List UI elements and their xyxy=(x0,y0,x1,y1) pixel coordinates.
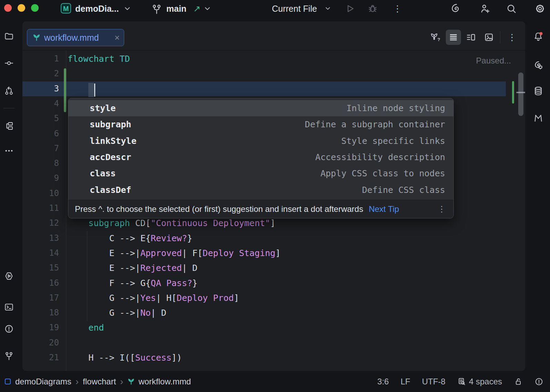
inspections-icon[interactable] xyxy=(534,377,543,386)
code-line-1[interactable]: flowchart TD xyxy=(68,51,130,66)
run-tool-button[interactable] xyxy=(4,271,14,281)
code-with-me-button[interactable] xyxy=(480,3,491,14)
ai-assistant-button[interactable] xyxy=(450,3,461,14)
pull-requests-tool-button[interactable] xyxy=(4,86,14,96)
tab-workflow-mmd[interactable]: workflow.mmd × xyxy=(27,29,124,46)
completion-item-classDef[interactable]: classDefDefine CSS class xyxy=(68,182,453,198)
project-widget[interactable]: demoDia... xyxy=(75,0,119,17)
debug-button[interactable] xyxy=(367,3,378,14)
git-tool-button[interactable] xyxy=(4,351,14,361)
line-number-11[interactable]: 11 xyxy=(22,201,59,216)
line-number-18[interactable]: 18 xyxy=(22,305,59,320)
editor-options-button[interactable]: ⋮ xyxy=(504,30,520,45)
code-token: "Continuous Deployment" xyxy=(151,218,270,228)
line-number-13[interactable]: 13 xyxy=(22,231,59,246)
unlocked-icon[interactable] xyxy=(514,377,523,386)
image-icon xyxy=(484,32,494,42)
preview-only-button[interactable] xyxy=(481,30,497,45)
code-line-21[interactable]: H --> I([Success]) xyxy=(68,350,182,365)
editor-scrollbar[interactable] xyxy=(518,72,523,116)
code-line-17[interactable]: G -->|Yes| H[Deploy Prod] xyxy=(68,291,239,305)
breadcrumb-project[interactable]: demoDiagrams xyxy=(15,377,71,386)
code-line-14[interactable]: E -->|Approved| F[Deploy Staging] xyxy=(68,246,281,261)
line-number-16[interactable]: 16 xyxy=(22,276,59,291)
project-tool-button[interactable] xyxy=(4,31,14,41)
code-token: G -->| xyxy=(68,293,140,303)
completion-item-name: classDef xyxy=(90,185,131,195)
fullscreen-window-button[interactable] xyxy=(31,4,39,12)
line-number-9[interactable]: 9 xyxy=(22,171,59,186)
line-number-3[interactable]: 3 xyxy=(22,81,59,96)
code-line-19[interactable]: end xyxy=(68,320,104,335)
branch-widget[interactable]: main xyxy=(166,0,186,17)
line-number-4[interactable]: 4 xyxy=(22,96,59,111)
line-number-12[interactable]: 12 xyxy=(22,216,59,231)
kebab-icon: ⋮ xyxy=(393,3,402,14)
caret-position-widget[interactable]: 3:6 xyxy=(377,377,389,386)
close-tab-icon[interactable]: × xyxy=(115,33,120,42)
completion-item-accDescr[interactable]: accDescrAccessibility description xyxy=(68,149,453,165)
line-number-20[interactable]: 20 xyxy=(22,335,59,350)
structure-tool-button[interactable] xyxy=(4,121,14,131)
minimize-window-button[interactable] xyxy=(18,4,25,12)
commit-tool-button[interactable] xyxy=(4,58,14,68)
breadcrumb-separator: › xyxy=(120,376,123,387)
line-number-21[interactable]: 21 xyxy=(22,350,59,365)
title-bar: M demoDia... main ↗ Current File ⋮ xyxy=(0,0,550,17)
more-run-actions-button[interactable]: ⋮ xyxy=(392,3,403,14)
line-number-15[interactable]: 15 xyxy=(22,261,59,275)
ai-chat-tool-button[interactable] xyxy=(533,60,543,70)
completion-item-class[interactable]: classApply CSS class to nodes xyxy=(68,165,453,182)
completion-item-description: Define a subgraph container xyxy=(305,119,445,129)
code-token: Deploy Prod xyxy=(177,293,234,303)
encoding-widget[interactable]: UTF-8 xyxy=(422,377,445,386)
line-number-19[interactable]: 19 xyxy=(22,320,59,335)
completion-item-description: Inline node styling xyxy=(346,103,445,113)
indent-guide xyxy=(87,231,87,321)
line-number-8[interactable]: 8 xyxy=(22,156,59,171)
next-tip-link[interactable]: Next Tip xyxy=(369,204,399,214)
breadcrumb-file[interactable]: workflow.mmd xyxy=(138,377,191,386)
code-token: CD[ xyxy=(130,218,151,228)
line-number-1[interactable]: 1 xyxy=(22,51,59,66)
split-editor-preview-button[interactable] xyxy=(463,30,479,45)
indent-widget[interactable]: 4 spaces xyxy=(457,377,502,386)
line-number-6[interactable]: 6 xyxy=(22,126,59,141)
code-token xyxy=(68,323,88,333)
notification-dot xyxy=(539,32,542,35)
mermaid-chart-tool-button[interactable] xyxy=(533,113,543,122)
editor-panel: workflow.mmd × ? ⋮ 12 xyxy=(22,21,525,371)
breadcrumb-folder[interactable]: flowchart xyxy=(83,377,116,386)
completion-item-style[interactable]: styleInline node styling xyxy=(68,100,453,116)
search-everywhere-button[interactable] xyxy=(506,3,517,14)
line-number-2[interactable]: 2 xyxy=(22,66,59,81)
editor-area[interactable]: 123456789101112131415161718192021 flowch… xyxy=(22,50,525,371)
line-number-7[interactable]: 7 xyxy=(22,141,59,156)
mermaid-file-icon xyxy=(127,378,135,385)
code-token: Yes xyxy=(140,293,156,303)
code-token: QA Pass? xyxy=(151,278,192,288)
terminal-tool-button[interactable] xyxy=(4,302,14,312)
completion-item-subgraph[interactable]: subgraphDefine a subgraph container xyxy=(68,116,453,133)
line-number-5[interactable]: 5 xyxy=(22,111,59,126)
notifications-button[interactable] xyxy=(533,31,543,41)
completion-item-linkStyle[interactable]: linkStyleStyle specific links xyxy=(68,133,453,149)
problems-tool-button[interactable] xyxy=(4,324,14,334)
code-line-18[interactable]: G -->|No| D xyxy=(68,305,166,320)
kebab-icon[interactable]: ⋮ xyxy=(438,204,446,214)
line-number-10[interactable]: 10 xyxy=(22,186,59,201)
editor-only-view-button[interactable] xyxy=(446,30,461,45)
status-bar: demoDiagrams › flowchart › workflow.mmd … xyxy=(0,371,550,392)
database-tool-button[interactable] xyxy=(533,86,543,96)
code-line-13[interactable]: C --> E{Review?} xyxy=(68,231,192,246)
line-number-17[interactable]: 17 xyxy=(22,291,59,305)
more-tool-windows-button[interactable] xyxy=(4,146,14,156)
line-separator-widget[interactable]: LF xyxy=(401,377,410,386)
mermaid-help-button[interactable]: ? xyxy=(428,30,443,45)
completion-item-name: linkStyle xyxy=(90,136,136,146)
run-configuration-selector[interactable]: Current File xyxy=(272,0,317,17)
line-number-14[interactable]: 14 xyxy=(22,246,59,261)
run-button[interactable] xyxy=(344,3,355,14)
settings-button[interactable] xyxy=(534,3,546,14)
close-window-button[interactable] xyxy=(4,4,12,12)
